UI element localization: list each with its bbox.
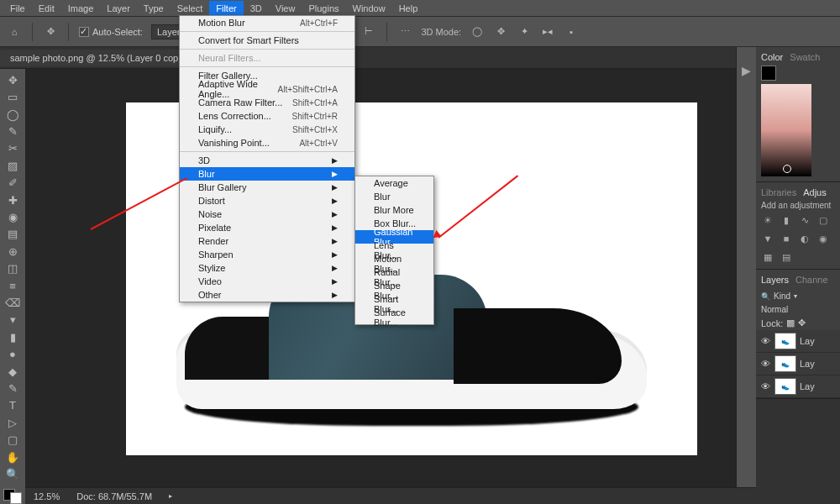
menu-file[interactable]: File (3, 1, 32, 16)
menu-view[interactable]: View (269, 1, 302, 16)
color-picker-gradient[interactable] (761, 84, 811, 176)
libraries-tab[interactable]: Libraries (761, 187, 796, 197)
zoom-level[interactable]: 12.5% (34, 491, 60, 501)
curves-icon[interactable]: ∿ (798, 213, 811, 227)
visibility-icon[interactable]: 👁 (759, 381, 771, 391)
menuitem-video[interactable]: Video▶ (180, 275, 354, 288)
menuitem-camera-raw-filter-[interactable]: Camera Raw Filter...Shift+Ctrl+A (180, 96, 354, 109)
color-panel[interactable]: ColorSwatch (756, 47, 840, 182)
home-icon[interactable]: ⌂ (7, 24, 22, 39)
zoom-tool[interactable]: ▷ (3, 415, 23, 430)
slide-icon[interactable]: ▸◂ (540, 24, 555, 39)
align-left-icon[interactable]: ⊢ (361, 24, 376, 39)
lasso-tool[interactable]: ◯ (3, 107, 23, 122)
foreground-swatch[interactable] (761, 66, 776, 81)
collapsed-panel-strip[interactable]: ▶ (736, 47, 756, 504)
eyedropper-tool[interactable]: ✐ (3, 175, 23, 190)
menu-edit[interactable]: Edit (32, 1, 61, 16)
type-tool[interactable]: ● (3, 347, 23, 362)
visibility-icon[interactable]: 👁 (759, 359, 771, 369)
menu-select[interactable]: Select (171, 1, 210, 16)
menu-filter[interactable]: Filter (209, 1, 243, 16)
menu-window[interactable]: Window (346, 1, 392, 16)
bg-color[interactable] (10, 492, 22, 504)
menuitem-render[interactable]: Render▶ (180, 234, 354, 248)
menuitem-surface-blur-[interactable]: Surface Blur... (355, 311, 433, 324)
marquee-tool[interactable]: ▭ (3, 89, 23, 104)
color-tab[interactable]: Color (761, 52, 783, 62)
blur-tool[interactable]: ⌫ (3, 295, 23, 310)
menuitem-blur[interactable]: Blur (355, 190, 433, 203)
hue-icon[interactable]: ■ (780, 232, 793, 245)
blend-mode-dropdown[interactable]: Normal (761, 305, 788, 314)
layer-row[interactable]: 👁👟Lay (756, 330, 840, 353)
document-tab[interactable]: sample photo.png @ 12.5% (Layer 0 cop (0, 50, 189, 66)
menuitem-blur-gallery[interactable]: Blur Gallery▶ (180, 181, 354, 194)
more-icon[interactable]: ⋯ (397, 24, 412, 39)
adjustments-tab[interactable]: Adjus (803, 187, 827, 197)
lock-pixels-icon[interactable]: ▩ (786, 318, 795, 328)
play-icon[interactable]: ▶ (742, 64, 751, 77)
brightness-icon[interactable]: ☀ (761, 213, 774, 227)
menuitem-lens-correction-[interactable]: Lens Correction...Shift+Ctrl+R (180, 109, 354, 123)
vibrance-icon[interactable]: ▼ (761, 232, 774, 245)
menuitem-adaptive-wide-angle-[interactable]: Adaptive Wide Angle...Alt+Shift+Ctrl+A (180, 82, 354, 96)
more2-tool[interactable]: 🔍 (3, 466, 23, 481)
menuitem-motion-blur[interactable]: Motion BlurAlt+Ctrl+F (180, 16, 354, 29)
path-tool[interactable]: ◆ (3, 364, 23, 379)
eraser-tool[interactable]: ◫ (3, 260, 23, 276)
menu-3d[interactable]: 3D (244, 1, 269, 16)
mixer-icon[interactable]: ▦ (761, 250, 774, 264)
menuitem-vanishing-point-[interactable]: Vanishing Point...Alt+Ctrl+V (180, 136, 354, 150)
layer-thumb[interactable]: 👟 (774, 355, 796, 372)
hand-tool[interactable]: T (3, 398, 23, 413)
layer-row[interactable]: 👁👟Lay (756, 375, 840, 398)
menuitem-average[interactable]: Average (355, 176, 433, 190)
adjustment-icons[interactable]: ☀▮∿▢ ▼■◐◉ ▦▤ (761, 213, 835, 264)
wand-tool[interactable]: ✎ (3, 123, 23, 139)
brush-tool[interactable]: ◉ (3, 209, 23, 224)
lock-position-icon[interactable]: ✥ (798, 318, 806, 328)
swatches-tab[interactable]: Swatch (790, 52, 820, 62)
menuitem-blur-more[interactable]: Blur More (355, 203, 433, 217)
photo-filter-icon[interactable]: ◉ (816, 232, 830, 245)
layer-thumb[interactable]: 👟 (774, 378, 796, 395)
layers-tab[interactable]: Layers (761, 275, 789, 285)
visibility-icon[interactable]: 👁 (759, 336, 771, 346)
auto-select-checkbox[interactable]: Auto-Select: (79, 27, 143, 37)
menuitem-blur[interactable]: Blur▶ (180, 167, 354, 181)
dodge-tool[interactable]: ▾ (3, 312, 23, 328)
menuitem-pixelate[interactable]: Pixelate▶ (180, 221, 354, 234)
menuitem-3d[interactable]: 3D▶ (180, 154, 354, 167)
layer-thumb[interactable]: 👟 (774, 333, 796, 349)
menuitem-distort[interactable]: Distort▶ (180, 194, 354, 207)
libraries-panel[interactable]: LibrariesAdjus Add an adjustment ☀▮∿▢ ▼■… (756, 182, 840, 270)
channels-tab[interactable]: Channe (795, 275, 828, 285)
crop-tool[interactable]: ✂ (3, 141, 23, 156)
menu-type[interactable]: Type (137, 1, 171, 16)
pen-tool[interactable]: ▮ (3, 329, 23, 344)
menu-plugins[interactable]: Plugins (302, 1, 345, 16)
edit-tool[interactable]: ▢ (3, 433, 23, 448)
menu-image[interactable]: Image (61, 1, 101, 16)
move-tool-icon[interactable]: ✥ (43, 24, 58, 39)
move-tool[interactable]: ✥ (3, 72, 23, 87)
menuitem-other[interactable]: Other▶ (180, 288, 354, 302)
lookup-icon[interactable]: ▤ (780, 250, 793, 264)
heal-tool[interactable]: ✚ (3, 192, 23, 207)
gradient-tool[interactable]: ≡ (3, 278, 23, 293)
frame-tool[interactable]: ▨ (3, 158, 23, 173)
history-tool[interactable]: ⊕ (3, 244, 23, 259)
menuitem-liquify-[interactable]: Liquify...Shift+Ctrl+X (180, 123, 354, 136)
orbit-icon[interactable]: ◯ (470, 24, 485, 39)
layer-row[interactable]: 👁👟Lay (756, 353, 840, 375)
menuitem-sharpen[interactable]: Sharpen▶ (180, 248, 354, 261)
more1-tool[interactable]: ✋ (3, 449, 23, 465)
stamp-tool[interactable]: ▤ (3, 227, 23, 242)
roll-icon[interactable]: ▪ (564, 24, 579, 39)
levels-icon[interactable]: ▮ (780, 213, 793, 227)
rect-tool[interactable]: ✎ (3, 381, 23, 396)
menuitem-stylize[interactable]: Stylize▶ (180, 261, 354, 275)
bw-icon[interactable]: ◐ (798, 232, 811, 245)
filter-kind[interactable]: Kind (774, 291, 790, 301)
